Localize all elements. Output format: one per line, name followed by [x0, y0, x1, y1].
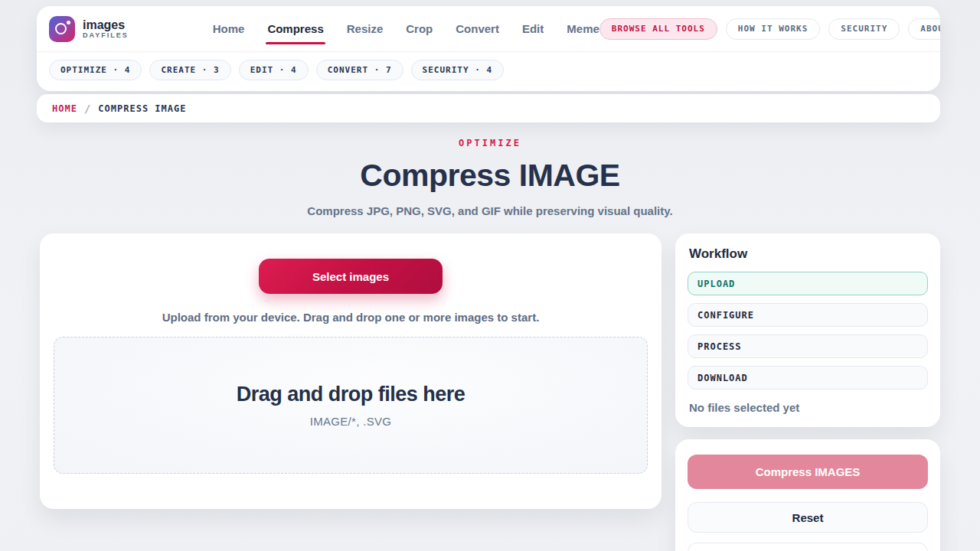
breadcrumb-separator: / [84, 103, 91, 115]
page-title: Compress IMAGE [0, 158, 980, 194]
nav-item-edit[interactable]: Edit [522, 8, 544, 49]
nav-item-convert[interactable]: Convert [456, 8, 499, 49]
breadcrumb-home-link[interactable]: HOME [52, 103, 77, 114]
upload-hint: Upload from your device. Drag and drop o… [54, 311, 648, 324]
dropzone[interactable]: Drag and drop files here IMAGE/*, .SVG [54, 337, 648, 474]
sidebar: Workflow UPLOAD CONFIGURE PROCESS DOWNLO… [675, 233, 940, 551]
nav-bar: images DAYFILES Home Compress Resize Cro… [37, 6, 940, 52]
empty-state-text: No files selected yet [688, 401, 928, 414]
workflow-step-upload: UPLOAD [688, 272, 928, 295]
category-pills: OPTIMIZE · 4 CREATE · 3 EDIT · 4 CONVERT… [37, 52, 940, 91]
nav-item-compress[interactable]: Compress [267, 8, 323, 49]
hero-eyebrow: OPTIMIZE [0, 138, 980, 148]
nav-item-resize[interactable]: Resize [347, 8, 384, 49]
workflow-card: Workflow UPLOAD CONFIGURE PROCESS DOWNLO… [675, 233, 940, 427]
how-it-works-button[interactable]: HOW IT WORKS [726, 18, 820, 40]
main-content: Select images Upload from your device. D… [40, 233, 980, 551]
breadcrumb-current: COMPRESS IMAGE [98, 103, 186, 114]
workflow-step-process: PROCESS [688, 334, 928, 358]
breadcrumb: HOME / COMPRESS IMAGE [37, 94, 940, 122]
category-pill-edit[interactable]: EDIT · 4 [239, 60, 309, 80]
actions-card: Compress IMAGES Reset [675, 439, 940, 551]
nav-item-crop[interactable]: Crop [406, 8, 433, 49]
hero: OPTIMIZE Compress IMAGE Compress JPG, PN… [0, 138, 980, 217]
brand-logo-icon [49, 16, 75, 42]
nav-item-meme[interactable]: Meme [567, 8, 599, 49]
workflow-step-configure: CONFIGURE [688, 303, 928, 327]
reset-button[interactable]: Reset [688, 502, 928, 533]
security-button[interactable]: SECURITY [828, 18, 900, 40]
workflow-steps: UPLOAD CONFIGURE PROCESS DOWNLOAD [688, 272, 928, 390]
header: images DAYFILES Home Compress Resize Cro… [37, 6, 940, 91]
category-pill-security[interactable]: SECURITY · 4 [411, 60, 504, 80]
brand-subtitle: DAYFILES [83, 31, 129, 39]
brand[interactable]: images DAYFILES [49, 16, 129, 42]
workflow-title: Workflow [688, 246, 928, 262]
browse-all-tools-button[interactable]: BROWSE ALL TOOLS [599, 18, 717, 40]
page: images DAYFILES Home Compress Resize Cro… [0, 6, 980, 551]
about-button[interactable]: ABOUT [908, 18, 940, 40]
dropzone-title: Drag and drop files here [237, 383, 466, 406]
uploader-card: Select images Upload from your device. D… [40, 233, 662, 509]
nav-links: Home Compress Resize Crop Convert Edit M… [213, 8, 599, 49]
dropzone-accepted-formats: IMAGE/*, .SVG [310, 415, 391, 428]
header-actions: BROWSE ALL TOOLS HOW IT WORKS SECURITY A… [599, 18, 940, 40]
brand-text: images DAYFILES [83, 18, 129, 39]
action-button-partial[interactable] [688, 543, 928, 551]
nav-item-home[interactable]: Home [213, 8, 245, 49]
compress-images-button[interactable]: Compress IMAGES [688, 455, 928, 489]
page-subtitle: Compress JPG, PNG, SVG, and GIF while pr… [0, 204, 980, 217]
category-pill-create[interactable]: CREATE · 3 [149, 60, 230, 80]
workflow-step-download: DOWNLOAD [688, 366, 928, 390]
category-pill-optimize[interactable]: OPTIMIZE · 4 [49, 60, 142, 80]
category-pill-convert[interactable]: CONVERT · 7 [316, 60, 403, 80]
select-images-button[interactable]: Select images [259, 259, 443, 294]
brand-name: images [83, 18, 129, 31]
